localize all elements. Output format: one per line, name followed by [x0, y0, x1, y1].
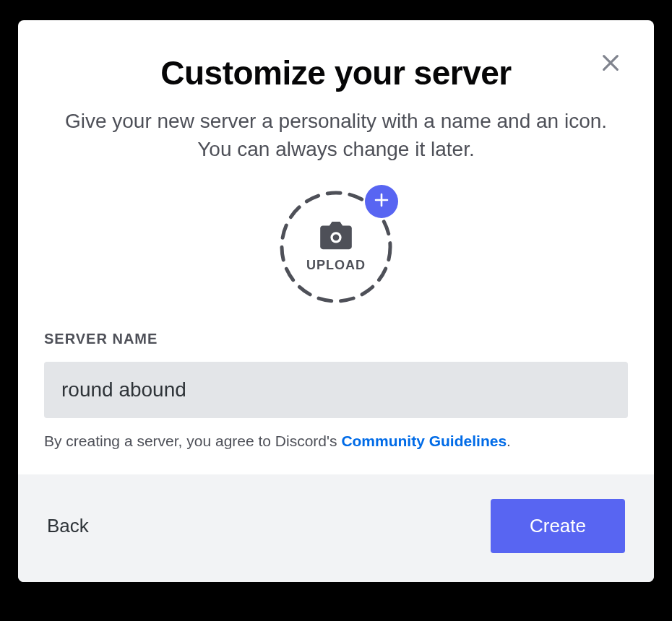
modal-backdrop: Customize your server Give your new serv…: [0, 0, 672, 621]
close-button[interactable]: [596, 49, 625, 78]
plus-icon: [373, 191, 390, 212]
close-icon: [599, 51, 622, 77]
modal-subtitle: Give your new server a personality with …: [58, 107, 614, 163]
create-button[interactable]: Create: [491, 499, 625, 553]
form-section: SERVER NAME By creating a server, you ag…: [18, 331, 654, 474]
plus-badge: [365, 185, 398, 218]
server-name-input[interactable]: [44, 362, 628, 418]
upload-label: UPLOAD: [306, 258, 366, 273]
create-server-modal: Customize your server Give your new serv…: [18, 20, 654, 582]
server-name-label: SERVER NAME: [44, 331, 628, 347]
legal-prefix: By creating a server, you agree to Disco…: [44, 433, 341, 449]
modal-header: Customize your server Give your new serv…: [18, 20, 654, 163]
legal-text: By creating a server, you agree to Disco…: [44, 433, 628, 450]
modal-footer: Back Create: [18, 474, 654, 582]
modal-title: Customize your server: [47, 53, 625, 92]
back-button[interactable]: Back: [47, 508, 89, 544]
upload-icon-button[interactable]: UPLOAD: [280, 191, 392, 303]
community-guidelines-link[interactable]: Community Guidelines: [341, 433, 507, 449]
legal-suffix: .: [507, 433, 511, 449]
camera-icon: [320, 222, 352, 251]
svg-point-2: [333, 234, 340, 240]
upload-inner: UPLOAD: [306, 222, 366, 273]
